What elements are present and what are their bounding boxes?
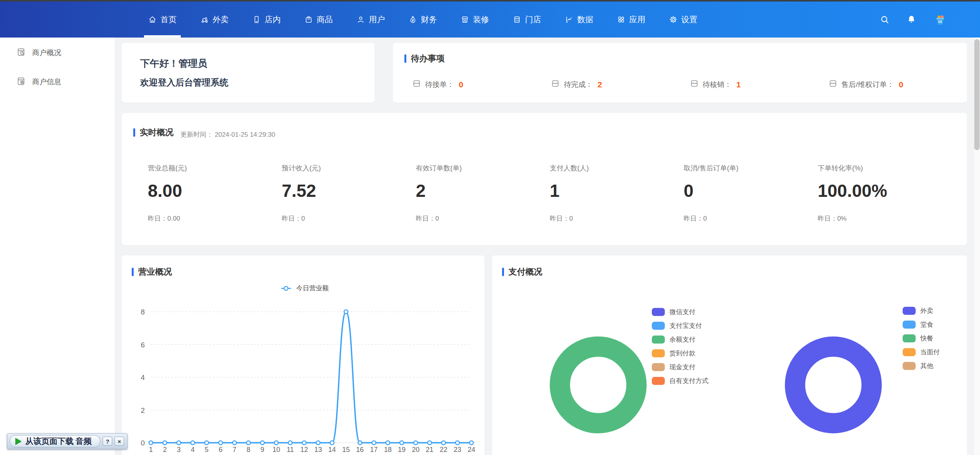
payment-method-legend: 微信支付 支付宝支付 余额支付 货到付款 现金支付 自有支付方式: [652, 305, 708, 388]
nav-item-goods[interactable]: 商品: [303, 2, 334, 38]
legend-item-fast-food[interactable]: 快餐: [903, 331, 940, 345]
svg-text:10: 10: [273, 446, 280, 453]
nav-item-settings[interactable]: 设置: [668, 2, 699, 38]
nav-item-finance[interactable]: 财务: [407, 2, 438, 38]
svg-text:1: 1: [149, 446, 153, 453]
notification-bell-icon[interactable]: [906, 15, 916, 25]
svg-text:8: 8: [247, 446, 250, 453]
realtime-card: 实时概况 更新时间： 2024-01-25 14:29:30 营业总额(元) 8…: [122, 113, 967, 245]
legend-item-dine-in[interactable]: 堂食: [903, 318, 940, 331]
sidebar-item-label: 商户概况: [32, 48, 61, 58]
nav-items: 首页 外卖 店内 商品 用户 财务 装修 门店 数据 应用 设置: [147, 2, 699, 38]
legend-item-cod[interactable]: 货到付款: [652, 346, 708, 360]
title-accent-bar: [133, 128, 135, 137]
svg-text:4: 4: [191, 446, 195, 453]
line-series-marker-icon: [280, 286, 293, 291]
sidebar-item-merchant-overview[interactable]: 商户概况: [0, 42, 115, 64]
legend-item-balance[interactable]: 余额支付: [652, 332, 708, 346]
order-box-icon: [828, 79, 838, 90]
goods-icon: [304, 15, 313, 24]
sidebar-item-merchant-info[interactable]: 商户信息: [0, 71, 115, 93]
shop-search-icon: [16, 47, 26, 59]
legend-item-wechat[interactable]: 微信支付: [652, 305, 708, 319]
nav-item-apps[interactable]: 应用: [616, 2, 646, 38]
nav-item-label: 应用: [629, 14, 645, 25]
svg-text:5: 5: [205, 446, 209, 453]
todo-item-pending-verify[interactable]: 待核销： 1: [690, 79, 828, 90]
nav-item-label: 首页: [160, 14, 177, 25]
stats-row: 营业总额(元) 8.00 昨日：0.00 预计收入(元) 7.52 昨日：0 有…: [133, 164, 967, 223]
svg-text:19: 19: [398, 446, 406, 453]
realtime-header: 实时概况 更新时间： 2024-01-25 14:29:30: [133, 127, 967, 139]
legend-item-own-payment[interactable]: 自有支付方式: [652, 374, 708, 388]
nav-item-in-store[interactable]: 店内: [251, 2, 282, 38]
store-icon: [513, 15, 521, 24]
title-accent-bar: [502, 268, 504, 276]
nav-item-takeout[interactable]: 外卖: [199, 2, 230, 38]
svg-text:15: 15: [342, 446, 350, 453]
nav-item-users[interactable]: 用户: [355, 2, 386, 38]
nav-item-data[interactable]: 数据: [564, 2, 594, 38]
nav-item-label: 数据: [577, 14, 593, 25]
payment-overview-card: 支付概况 微信支付 支付宝支付 余额支付 货到付款 现金支付 自有支付方式 外卖…: [492, 255, 967, 455]
legend-swatch: [652, 377, 665, 385]
line-legend[interactable]: 今日营业额: [132, 284, 476, 293]
nav-item-decorate[interactable]: 装修: [460, 2, 490, 38]
legend-item-alipay[interactable]: 支付宝支付: [652, 319, 708, 332]
download-bar-close-button[interactable]: ×: [115, 437, 124, 446]
svg-text:12: 12: [300, 446, 308, 453]
svg-text:20: 20: [412, 446, 419, 453]
download-bar: 从该页面下载 音频 ? ×: [7, 433, 128, 449]
todo-count: 0: [899, 80, 903, 89]
svg-text:17: 17: [370, 446, 378, 453]
legend-item-takeout[interactable]: 外卖: [903, 304, 940, 318]
todo-item-pending-complete[interactable]: 待完成： 2: [551, 79, 689, 90]
todo-count: 2: [597, 80, 602, 89]
svg-text:0: 0: [141, 439, 145, 447]
users-icon: [357, 15, 365, 24]
settings-icon: [669, 15, 677, 24]
svg-text:13: 13: [314, 446, 322, 453]
legend-item-face-pay[interactable]: 当面付: [903, 345, 940, 359]
nav-item-label: 外卖: [213, 14, 229, 25]
todo-card: 待办事项 待接单： 0 待完成： 2 待核销： 1: [393, 43, 967, 103]
finance-icon: [409, 15, 417, 24]
avatar[interactable]: [933, 13, 947, 26]
sidebar-item-label: 商户信息: [32, 77, 61, 87]
apps-icon: [617, 15, 625, 24]
todo-label: 待接单：: [425, 80, 454, 90]
legend-item-other[interactable]: 其他: [903, 359, 940, 373]
stat-valid-orders: 有效订单数(单) 2 昨日：0: [416, 164, 550, 223]
download-bar-help-button[interactable]: ?: [103, 437, 112, 446]
todo-label: 售后/维权订单：: [841, 80, 894, 90]
todo-item-aftersale[interactable]: 售后/维权订单： 0: [828, 79, 967, 90]
greeting-line1: 下午好！管理员: [140, 57, 375, 70]
nav-item-store[interactable]: 门店: [512, 2, 542, 38]
top-navbar: 首页 外卖 店内 商品 用户 财务 装修 门店 数据 应用 设置: [0, 2, 980, 38]
legend-swatch: [652, 308, 665, 316]
legend-swatch: [652, 363, 665, 371]
legend-swatch: [903, 334, 916, 342]
todo-label: 待核销：: [703, 80, 732, 90]
home-icon: [148, 15, 157, 24]
nav-item-home[interactable]: 首页: [147, 2, 178, 38]
search-icon[interactable]: [880, 15, 890, 25]
legend-swatch: [903, 307, 916, 315]
svg-text:11: 11: [287, 446, 294, 453]
shop-plus-icon: [16, 76, 26, 88]
legend-swatch: [903, 348, 916, 356]
download-audio-button[interactable]: 从该页面下载 音频: [10, 435, 100, 447]
svg-text:22: 22: [440, 446, 447, 453]
nav-item-label: 门店: [525, 14, 541, 25]
svg-text:8: 8: [141, 308, 145, 316]
svg-text:7: 7: [232, 446, 236, 453]
business-title: 营业概况: [132, 266, 484, 278]
todo-item-pending-accept[interactable]: 待接单： 0: [412, 79, 551, 90]
order-channel-donut-chart: [784, 336, 882, 434]
legend-swatch: [903, 362, 916, 370]
todo-count: 0: [459, 80, 463, 89]
stat-conversion-rate: 下单转化率(%) 100.00% 昨日：0%: [818, 164, 952, 223]
legend-item-cash[interactable]: 现金支付: [652, 360, 708, 374]
svg-text:16: 16: [356, 446, 364, 453]
scrollbar-thumb[interactable]: [974, 39, 980, 150]
